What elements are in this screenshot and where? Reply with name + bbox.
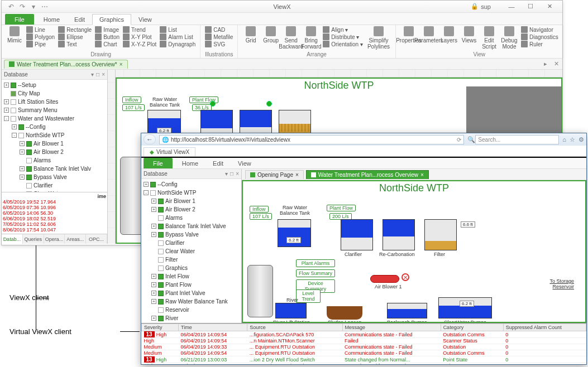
tree-expander-icon[interactable] [151,249,156,254]
tree-node[interactable]: Clear Water [151,247,241,255]
tree-expander-icon[interactable] [151,265,156,271]
tree-expander-icon[interactable]: + [151,274,156,279]
ribbon-item[interactable]: Ruler [520,41,560,47]
tab-edit[interactable]: Edit [67,14,92,25]
tree-expander-icon[interactable]: + [4,99,9,104]
tree-expander-icon[interactable]: + [151,199,156,204]
tree-node[interactable]: -Water and Wastewater [4,114,107,123]
ribbon-item[interactable]: Text [57,41,93,47]
qat-more-icon[interactable]: ⋯ [41,3,49,11]
tree-expander-icon[interactable]: + [151,224,156,229]
vvx-tab-file[interactable]: File [144,158,173,168]
ribbon-button[interactable]: Group [261,26,280,50]
tree-node[interactable]: +Balance Tank Inlet Valv [20,165,107,173]
tree-expander-icon[interactable]: + [151,291,156,296]
alarm-row[interactable]: Medium06/04/2019 14:09:54... Equipment.R… [142,350,586,356]
db-tab-operator[interactable]: Opera... [44,234,65,244]
tree-node[interactable]: +--Config [144,180,241,189]
vvx-db-pin-icon[interactable]: □ [230,171,233,177]
tree-expander-icon[interactable]: + [151,299,156,304]
tree-expander-icon[interactable] [151,257,156,262]
refresh-icon[interactable]: ⟳ [457,137,461,143]
db-tab-areas[interactable]: Areas... [65,234,86,244]
ribbon-item[interactable]: Distribute ▾ [322,33,364,40]
vvx-tree[interactable]: +--Config-NorthSide WTP+Air Blower 1+Air… [141,179,241,323]
ribbon-button[interactable]: Simplify Polylines [365,26,392,50]
grid-header[interactable]: Suppressed Alarm Count [503,324,586,331]
vvx-doc-tab-opening[interactable]: Opening Page × [245,170,304,179]
tree-node[interactable]: +Bypass Valve [20,173,107,181]
qat-redo-icon[interactable]: ↷ [18,3,26,11]
tab-file[interactable]: File [5,14,34,25]
ribbon-item[interactable]: Pipe [25,41,56,47]
db-pin-icon[interactable]: □ [96,71,99,78]
ribbon-button[interactable]: Edit Script [480,26,499,50]
alarm-grid[interactable]: SeverityTimeSourceMessageCategorySuppres… [141,323,586,364]
ribbon-item[interactable]: CAD [204,26,234,33]
db-tab-database[interactable]: Datab... [2,234,23,244]
tree-expander-icon[interactable]: + [20,149,25,154]
vvx-tab-view[interactable]: View [231,158,259,168]
window-max-button[interactable]: ☐ [521,2,540,12]
ribbon-item[interactable]: X-Y-Z Plot [122,41,157,47]
vvx-doc-tab-water-treatment[interactable]: Water Treatment Plan...rocess Overview × [306,170,429,179]
grid-header[interactable]: Message [342,324,441,331]
plant-alarms-button[interactable]: Plant Alarms [296,259,335,267]
viewx-tree[interactable]: +--SetupCity Map+Lift Station Sites+Summ… [2,80,107,192]
ribbon-item[interactable]: Trend [122,26,157,33]
tree-expander-icon[interactable] [151,307,156,312]
doc-tab-close-all-icon[interactable]: ✕ [551,60,562,67]
vvx-tab-edit[interactable]: Edit [205,158,231,168]
doc-tab-nav-icon[interactable]: ▸ [541,60,551,67]
tree-node[interactable]: Clarifier [20,181,107,190]
ribbon-item[interactable]: Metafile [204,33,234,40]
tree-node[interactable]: +Raw Water Balance Tank [151,297,241,306]
tree-expander-icon[interactable] [151,240,156,245]
ribbon-item[interactable]: Dynagraph [159,41,197,47]
tree-node[interactable]: Alarms [20,156,107,165]
browser-back-button[interactable]: ← [144,134,156,144]
ribbon-item[interactable]: Alarm List [159,33,197,40]
ribbon-item[interactable]: Line [25,26,56,33]
ribbon-button[interactable]: Views [460,26,479,50]
tree-node[interactable]: +Air Blower 2 [151,205,241,214]
alarm-row[interactable]: 13High06/04/2019 14:09:54...figuration.S… [142,331,586,338]
tab-view[interactable]: View [131,14,159,25]
tree-expander-icon[interactable]: + [20,166,25,171]
ribbon-item[interactable]: Chart [94,41,121,47]
ribbon-button[interactable]: Send Backward [281,26,300,50]
window-close-button[interactable]: ✕ [540,2,559,12]
tab-home[interactable]: Home [36,14,67,25]
tree-node[interactable]: +Air Blower 1 [20,139,107,148]
tree-expander-icon[interactable] [151,215,156,220]
tree-expander-icon[interactable]: + [144,182,149,187]
tree-node[interactable]: Alarms [151,214,241,222]
tree-expander-icon[interactable] [20,183,25,188]
tree-node[interactable]: +River [151,314,241,322]
ribbon-item[interactable]: Orientation ▾ [322,41,364,47]
tree-node[interactable]: Filter [151,255,241,264]
vvx-tab-home[interactable]: Home [175,158,205,168]
level-trend-button[interactable]: Level Trend [296,289,321,303]
alarm-row[interactable]: High06/04/2019 14:09:54...n Maintain.NTM… [142,338,586,344]
window-min-button[interactable]: — [502,2,521,12]
tree-expander-icon[interactable] [4,91,9,96]
ribbon-item[interactable]: Button [94,33,121,40]
tree-node[interactable]: +Plant Inlet Valve [151,289,241,297]
db-dropdown-icon[interactable]: ▾ [91,71,94,78]
ribbon-item[interactable]: Ellipse [57,33,93,40]
tree-expander-icon[interactable]: - [144,190,149,195]
tree-node[interactable]: +Bypass Valve [151,230,241,239]
ribbon-button[interactable]: Parameters [419,26,438,50]
db-tab-queries[interactable]: Queries [23,234,44,244]
tree-expander-icon[interactable]: + [151,316,156,321]
tree-expander-icon[interactable] [20,158,25,163]
tree-expander-icon[interactable]: - [4,116,9,121]
tree-node[interactable]: +Lift Station Sites [4,98,107,106]
tree-node[interactable]: +Air Blower 2 [20,148,107,156]
tree-node[interactable]: -NorthSide WTP [12,131,107,139]
ribbon-item[interactable]: Rectangle [57,26,93,33]
alarm-row[interactable]: 13High06/21/2019 13:00:03...ion 2 Dry We… [142,356,586,363]
browser-search-input[interactable]: Search... [475,135,559,144]
tree-expander-icon[interactable]: + [12,124,17,129]
